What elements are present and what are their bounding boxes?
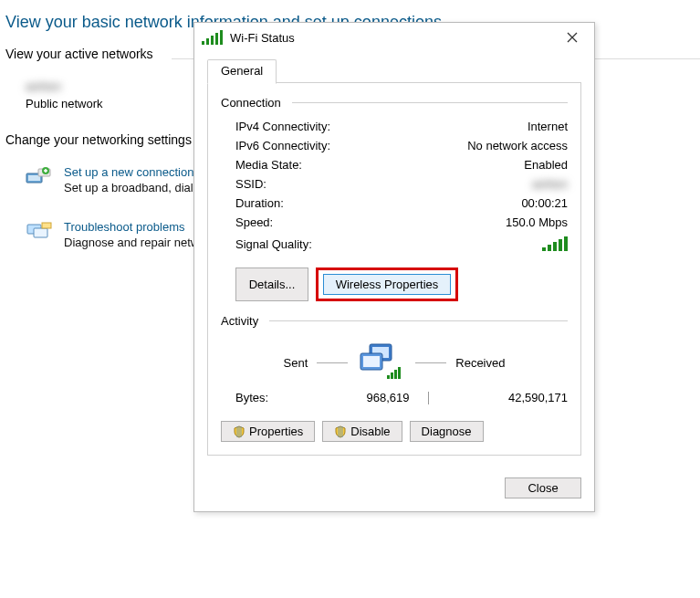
divider (415, 362, 446, 363)
divider (317, 362, 348, 363)
connection-group-label: Connection (221, 96, 287, 110)
svg-rect-6 (42, 223, 51, 228)
computers-icon (357, 342, 406, 383)
signal-quality-label: Signal Quality: (235, 237, 312, 251)
properties-label: Properties (249, 425, 303, 438)
speed-label: Speed: (235, 215, 273, 229)
divider (428, 392, 429, 404)
network-name: ashton (26, 79, 61, 93)
diagnose-button[interactable]: Diagnose (410, 421, 484, 442)
close-icon[interactable] (558, 26, 587, 48)
media-state-value: Enabled (524, 158, 568, 172)
divider (269, 320, 568, 321)
close-button[interactable]: Close (505, 477, 581, 498)
signal-bars-icon (542, 235, 568, 254)
wireless-properties-button[interactable]: Wireless Properties (323, 274, 451, 295)
ssid-value: ashton (532, 177, 568, 191)
details-button[interactable]: Details... (235, 268, 308, 301)
speed-value: 150.0 Mbps (506, 215, 568, 229)
troubleshoot-icon (26, 220, 53, 242)
highlight-frame: Wireless Properties (316, 268, 458, 301)
shield-icon (233, 425, 246, 438)
svg-rect-10 (363, 356, 380, 367)
svg-rect-5 (34, 228, 47, 237)
received-label: Received (455, 356, 505, 370)
ipv4-label: IPv4 Connectivity: (235, 120, 330, 133)
svg-rect-11 (387, 375, 390, 379)
ipv6-value: No network access (467, 139, 568, 152)
ipv4-value: Internet (528, 120, 568, 133)
bytes-label: Bytes: (235, 391, 299, 404)
svg-rect-12 (391, 372, 393, 379)
ssid-label: SSID: (235, 177, 266, 191)
disable-button[interactable]: Disable (322, 421, 402, 442)
ipv6-label: IPv6 Connectivity: (235, 139, 330, 152)
wifi-status-dialog: Wi-Fi Status General Connection IPv4 Con… (193, 22, 595, 512)
shield-icon (334, 425, 347, 438)
dialog-titlebar[interactable]: Wi-Fi Status (194, 23, 594, 52)
wifi-signal-icon (202, 28, 223, 47)
tab-general[interactable]: General (207, 59, 277, 84)
sent-label: Sent (284, 356, 308, 370)
media-state-label: Media State: (235, 158, 302, 172)
setup-connection-icon (26, 165, 53, 187)
active-networks-heading: View your active networks (0, 47, 159, 70)
properties-button[interactable]: Properties (221, 421, 315, 442)
bytes-sent-value: 968,619 (299, 391, 424, 404)
duration-value: 00:00:21 (521, 196, 568, 210)
disable-label: Disable (350, 425, 390, 438)
dialog-title: Wi-Fi Status (230, 31, 550, 45)
activity-group-label: Activity (221, 314, 264, 328)
svg-rect-13 (394, 370, 397, 379)
duration-label: Duration: (235, 196, 284, 210)
divider (292, 102, 568, 103)
svg-rect-14 (398, 367, 401, 379)
bytes-received-value: 42,590,171 (444, 391, 569, 404)
